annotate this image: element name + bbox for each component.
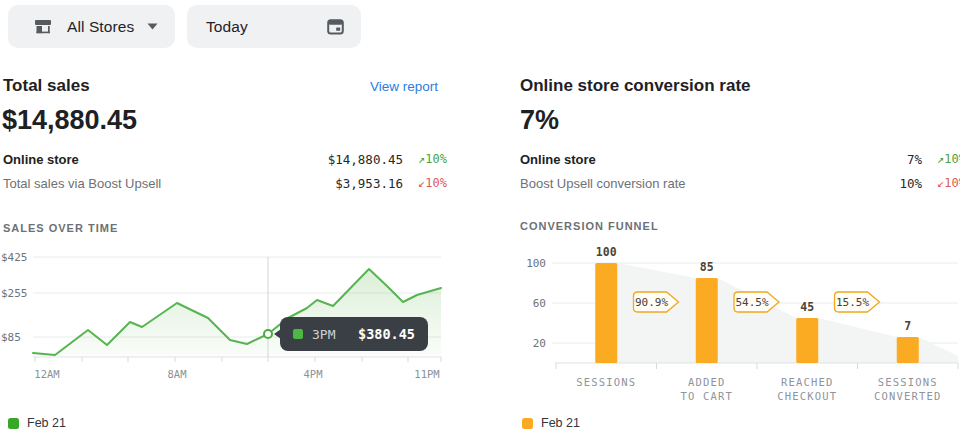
conversion-badge-label: 54.5% [735, 296, 768, 309]
conversion-badge-label: 90.9% [635, 296, 668, 309]
metric-row-boost-upsell-rate: Boost Upsell conversion rate 10% ↙10% [520, 176, 960, 191]
funnel-value-label: 85 [700, 260, 714, 274]
funnel-category-label: CONVERTED [874, 390, 942, 402]
y-axis-label: 100 [526, 257, 546, 270]
funnel-value-label: 7 [904, 319, 911, 333]
conversion-funnel-chart[interactable]: 10060201008545790.9%54.5%15.5%SESSIONSAD… [518, 240, 960, 405]
funnel-value-label: 100 [596, 245, 617, 259]
legend-label: Feb 21 [541, 416, 580, 430]
y-axis-label: 60 [533, 297, 546, 310]
funnel-bar [696, 278, 718, 363]
conversion-value: 7% [520, 105, 559, 136]
funnel-chart-svg: 10060201008545790.9%54.5%15.5%SESSIONSAD… [518, 240, 960, 405]
funnel-value-label: 45 [800, 300, 814, 314]
funnel-category-label: REACHED [781, 376, 834, 388]
analytics-dashboard: All Stores Today Total sales View report… [0, 0, 960, 431]
metric-label: Boost Upsell conversion rate [520, 176, 685, 191]
funnel-category-label: CHECKOUT [777, 390, 837, 402]
funnel-bar [796, 318, 818, 363]
legend-swatch-orange [522, 418, 533, 429]
funnel-category-label: SESSIONS [576, 376, 636, 388]
funnel-category-label: SESSIONS [878, 376, 938, 388]
funnel-bar [595, 263, 617, 363]
conversion-header: Online store conversion rate [520, 76, 958, 96]
funnel-category-label: TO CART [680, 390, 733, 402]
conversion-funnel-title: CONVERSION FUNNEL [520, 220, 659, 232]
funnel-category-label: ADDED [688, 376, 726, 388]
y-axis-label: 20 [533, 337, 546, 350]
trend-delta-up: ↗10% [928, 152, 960, 167]
metric-row-online-store-rate: Online store 7% ↗10% [520, 152, 960, 167]
metric-value: 7% [907, 152, 922, 167]
conversion-rate-panel: Online store conversion rate 7% Online s… [0, 0, 960, 431]
metric-value: 10% [899, 176, 922, 191]
metric-label: Online store [520, 152, 596, 167]
trend-delta-down: ↙10% [928, 176, 960, 191]
conversion-rows: Online store 7% ↗10% Boost Upsell conver… [520, 152, 960, 191]
funnel-bar [897, 337, 919, 363]
funnel-legend: Feb 21 [522, 416, 580, 430]
conversion-badge-label: 15.5% [836, 296, 869, 309]
conversion-title: Online store conversion rate [520, 76, 751, 96]
